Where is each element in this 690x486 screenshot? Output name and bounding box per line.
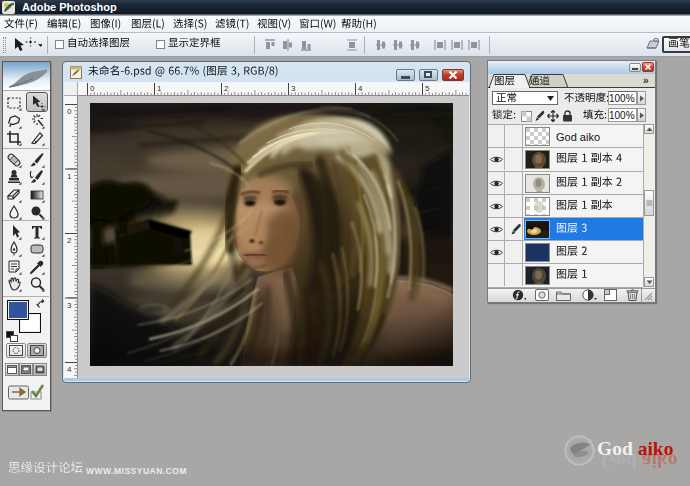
svg-text:4: 4	[358, 84, 363, 93]
svg-text:1: 1	[157, 84, 162, 93]
svg-text:1: 1	[67, 172, 72, 181]
svg-text:4: 4	[67, 365, 72, 374]
svg-text:2: 2	[67, 236, 72, 245]
svg-text:0: 0	[90, 84, 95, 93]
svg-text:3: 3	[291, 84, 296, 93]
svg-text:3: 3	[67, 301, 72, 310]
svg-text:5: 5	[425, 84, 430, 93]
svg-text:2: 2	[224, 84, 229, 93]
svg-text:0: 0	[67, 107, 72, 116]
